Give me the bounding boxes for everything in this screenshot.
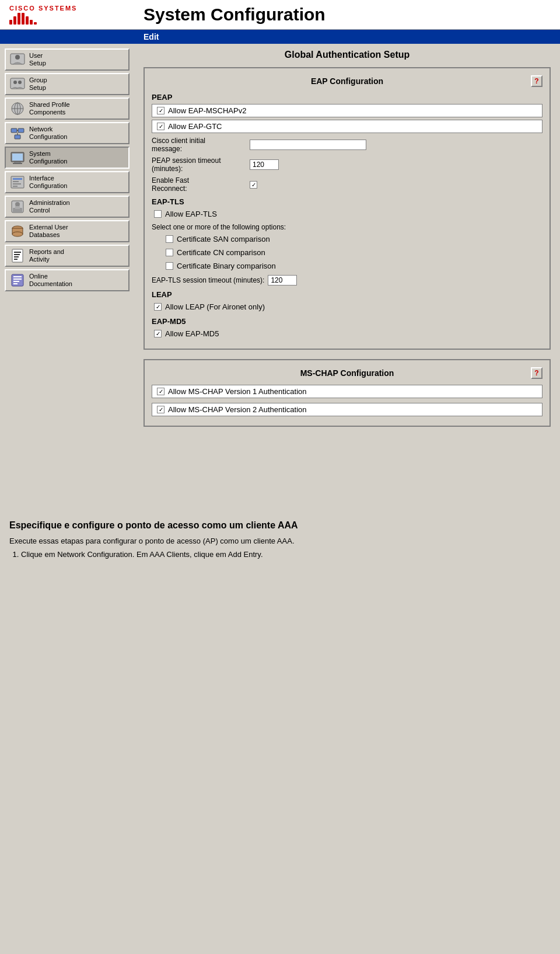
cisco-client-msg-input[interactable] [250, 140, 366, 150]
svg-rect-38 [13, 281, 19, 282]
cert-cn-row[interactable]: Certificate CN comparison [163, 247, 542, 258]
sidebar-item-group-setup[interactable]: GroupSetup [5, 73, 130, 95]
eap-tls-section-title: EAP-TLS [152, 197, 542, 206]
cert-binary-label: Certificate Binary comparison [177, 262, 276, 270]
allow-mschapv2-mschap-checkbox[interactable] [157, 406, 164, 413]
admin-icon [9, 199, 26, 215]
sidebar-item-admin-control[interactable]: AdministrationControl [5, 196, 130, 218]
shared-icon [9, 100, 26, 117]
sidebar-item-system-config[interactable]: SystemConfiguration [5, 147, 130, 169]
svg-rect-26 [15, 206, 20, 209]
sidebar-item-user-setup[interactable]: UserSetup [5, 48, 130, 71]
sidebar-label-admin-control: AdministrationControl [29, 199, 70, 214]
allow-eap-md5-checkbox[interactable] [154, 330, 162, 337]
allow-eap-md5-row[interactable]: Allow EAP-MD5 [152, 328, 542, 339]
group-icon [9, 76, 26, 92]
allow-mschapv1-checkbox[interactable] [157, 388, 164, 395]
svg-rect-2 [10, 78, 24, 89]
eap-panel-header: EAP Configuration ? [152, 75, 542, 87]
leap-section-title: LEAP [152, 290, 542, 299]
enable-fast-row: Enable FastReconnect: [152, 176, 542, 193]
sidebar-item-online-docs[interactable]: OnlineDocumentation [5, 269, 130, 291]
allow-gtc-row[interactable]: Allow EAP-GTC [152, 120, 542, 133]
svg-point-3 [13, 81, 17, 84]
allow-mschapv2-label: Allow EAP-MSCHAPv2 [168, 106, 246, 115]
peap-timeout-input[interactable] [250, 159, 279, 170]
eap-help-button[interactable]: ? [531, 75, 542, 87]
list-item-1: Clique em Network Configuration. Em AAA … [21, 550, 551, 559]
sidebar: UserSetup GroupSetup [0, 44, 134, 511]
allow-leap-label: Allow LEAP (For Aironet only) [165, 302, 265, 311]
allow-mschapv2-row[interactable]: Allow EAP-MSCHAPv2 [152, 104, 542, 117]
eap-tls-timeout-label: EAP-TLS session timeout (minutes): [152, 276, 264, 284]
bar6 [30, 20, 33, 25]
docs-icon [9, 272, 26, 288]
allow-eap-tls-checkbox[interactable] [154, 210, 162, 218]
sidebar-item-interface-config[interactable]: InterfaceConfiguration [5, 171, 130, 193]
cisco-client-msg-label: Cisco client initialmessage: [152, 137, 245, 153]
svg-rect-39 [13, 283, 18, 284]
bottom-paragraph: Execute essas etapas para configurar o p… [9, 537, 551, 545]
edit-bar: Edit [0, 30, 560, 44]
allow-gtc-checkbox[interactable] [157, 123, 164, 130]
cert-san-checkbox[interactable] [166, 235, 173, 243]
database-icon [9, 223, 26, 239]
allow-leap-checkbox[interactable] [154, 303, 162, 311]
peap-timeout-row: PEAP session timeout(minutes): [152, 156, 542, 173]
cert-san-row[interactable]: Certificate SAN comparison [163, 234, 542, 245]
bottom-content: Especifique e configure o ponto de acess… [0, 511, 560, 570]
cisco-client-msg-row: Cisco client initialmessage: [152, 137, 542, 153]
bar1 [9, 20, 12, 25]
svg-point-4 [18, 81, 22, 84]
section-title: Global Authentication Setup [144, 50, 551, 60]
mschap-panel: MS-CHAP Configuration ? Allow MS-CHAP Ve… [144, 359, 551, 427]
svg-rect-32 [14, 254, 20, 255]
cisco-name: CISCO SYSTEMS [9, 5, 77, 12]
eap-panel: EAP Configuration ? PEAP Allow EAP-MSCHA… [144, 67, 551, 350]
eap-tls-timeout-row: EAP-TLS session timeout (minutes): [152, 275, 542, 285]
allow-mschapv2-checkbox[interactable] [157, 107, 164, 114]
bar4 [22, 13, 24, 25]
allow-mschapv1-label: Allow MS-CHAP Version 1 Authentication [168, 387, 307, 396]
svg-rect-19 [13, 178, 22, 180]
bar2 [13, 16, 16, 25]
sidebar-item-external-db[interactable]: External UserDatabases [5, 220, 130, 242]
cert-cn-label: Certificate CN comparison [177, 248, 265, 257]
mschap-panel-header: MS-CHAP Configuration ? [152, 367, 542, 379]
sidebar-label-network-config: NetworkConfiguration [29, 126, 67, 141]
header: CISCO SYSTEMS System Configuration [0, 0, 560, 30]
allow-mschapv1-row[interactable]: Allow MS-CHAP Version 1 Authentication [152, 385, 542, 398]
svg-rect-31 [14, 252, 21, 253]
svg-rect-9 [11, 128, 17, 133]
svg-point-24 [15, 202, 20, 207]
page-title-area: System Configuration [144, 5, 551, 25]
mschap-help-button[interactable]: ? [531, 367, 542, 379]
sidebar-item-reports[interactable]: Reports andActivity [5, 245, 130, 267]
allow-gtc-label: Allow EAP-GTC [168, 122, 222, 131]
allow-leap-row[interactable]: Allow LEAP (For Aironet only) [152, 301, 542, 312]
edit-label: Edit [144, 32, 159, 41]
allow-mschapv2-mschap-label: Allow MS-CHAP Version 2 Authentication [168, 405, 307, 414]
content-area: Global Authentication Setup EAP Configur… [134, 44, 560, 511]
allow-eap-tls-label: Allow EAP-TLS [165, 210, 217, 218]
eap-tls-timeout-input[interactable] [268, 275, 297, 285]
svg-point-29 [12, 232, 23, 236]
system-icon [9, 149, 26, 166]
sidebar-label-interface-config: InterfaceConfiguration [29, 175, 67, 190]
reports-icon [9, 248, 26, 264]
sidebar-item-shared-profile[interactable]: Shared ProfileComponents [5, 98, 130, 120]
eap-panel-title: EAP Configuration [282, 76, 412, 86]
allow-mschapv2-mschap-row[interactable]: Allow MS-CHAP Version 2 Authentication [152, 403, 542, 416]
user-icon [9, 51, 26, 68]
sidebar-item-network-config[interactable]: NetworkConfiguration [5, 122, 130, 144]
allow-eap-tls-row[interactable]: Allow EAP-TLS [152, 208, 542, 220]
sidebar-label-user-setup: UserSetup [29, 52, 46, 67]
cert-san-label: Certificate SAN comparison [177, 235, 270, 243]
cert-binary-checkbox[interactable] [166, 262, 173, 270]
svg-rect-33 [14, 256, 19, 257]
peap-timeout-label: PEAP session timeout(minutes): [152, 156, 245, 173]
cert-cn-checkbox[interactable] [166, 249, 173, 256]
enable-fast-checkbox[interactable] [250, 181, 257, 189]
cert-binary-row[interactable]: Certificate Binary comparison [163, 260, 542, 271]
cisco-bars [9, 13, 37, 25]
